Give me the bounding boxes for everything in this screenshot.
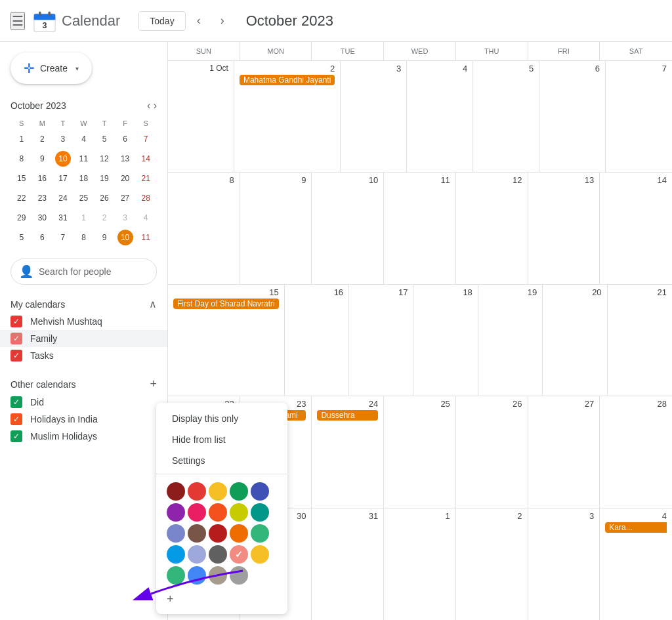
mini-cal-day[interactable]: 3 xyxy=(53,130,73,148)
mini-cal-day[interactable]: 1 xyxy=(12,130,32,148)
mini-cal-day[interactable]: 10 xyxy=(53,150,73,168)
calendar-item-muslim-holidays[interactable]: ✓ Muslim Holidays xyxy=(0,428,167,445)
other-calendars-header[interactable]: Other calendars + xyxy=(0,375,167,394)
mini-cal-day[interactable]: 26 xyxy=(94,189,114,207)
mini-cal-day[interactable]: 9 xyxy=(33,150,52,168)
mini-cal-day[interactable]: 5 xyxy=(94,130,114,148)
mini-cal-day[interactable]: 30 xyxy=(33,209,52,227)
calendar-day[interactable]: 26 xyxy=(456,396,528,507)
ctx-settings[interactable]: Settings xyxy=(156,450,168,471)
ctx-display-only[interactable]: Display this only xyxy=(156,408,168,429)
menu-icon[interactable]: ☰ xyxy=(10,12,25,30)
color-option[interactable] xyxy=(167,482,168,501)
event-pill[interactable]: Kara... xyxy=(605,522,667,533)
did-checkbox[interactable]: ✓ xyxy=(10,396,22,408)
ctx-hide-from-list[interactable]: Hide from list xyxy=(156,429,168,450)
search-people-input[interactable]: 👤 Search for people xyxy=(10,258,157,285)
mini-cal-day[interactable]: 7 xyxy=(53,228,73,247)
calendar-day[interactable]: 6 xyxy=(539,61,606,172)
calendar-day[interactable]: 1 Oct xyxy=(168,61,234,172)
create-button[interactable]: ✛ Create ▾ xyxy=(10,52,92,84)
ctx-add-color[interactable]: + xyxy=(156,590,168,609)
mini-cal-day[interactable]: 6 xyxy=(33,228,52,247)
event-pill[interactable]: First Day of Sharad Navratri xyxy=(173,299,279,309)
event-pill[interactable]: Mahatma Gandhi Jayanti xyxy=(240,75,335,85)
calendar-day[interactable]: 4 xyxy=(407,61,473,172)
mini-cal-day[interactable]: 6 xyxy=(116,130,135,148)
mini-cal-day[interactable]: 8 xyxy=(74,228,94,247)
mehvish-checkbox[interactable]: ✓ xyxy=(10,316,22,327)
mini-cal-day[interactable]: 18 xyxy=(74,169,94,188)
mini-cal-day[interactable]: 22 xyxy=(12,189,32,207)
mini-cal-day[interactable]: 3 xyxy=(116,209,135,227)
mini-cal-day[interactable]: 23 xyxy=(33,189,52,207)
mini-cal-day[interactable]: 10 xyxy=(116,228,135,247)
event-pill[interactable]: Dussehra xyxy=(317,410,378,421)
color-option[interactable] xyxy=(167,566,168,585)
calendar-day[interactable]: 14 xyxy=(600,173,672,283)
calendar-day[interactable]: 25 xyxy=(384,396,456,507)
mini-cal-day[interactable]: 5 xyxy=(12,228,32,247)
calendar-day[interactable]: 2Mahatma Gandhi Jayanti xyxy=(234,61,341,172)
tasks-checkbox[interactable]: ✓ xyxy=(10,350,22,362)
calendar-day[interactable]: 7 xyxy=(606,61,672,172)
calendar-day[interactable]: 4Kara... xyxy=(600,508,672,620)
holidays-india-checkbox[interactable]: ✓ xyxy=(10,413,22,425)
my-calendars-header[interactable]: My calendars ∧ xyxy=(0,295,167,313)
calendar-day[interactable]: 28 xyxy=(600,396,672,507)
mini-cal-day[interactable]: 2 xyxy=(94,209,114,227)
calendar-day[interactable]: 27 xyxy=(528,396,600,507)
calendar-day[interactable]: 3 xyxy=(341,61,407,172)
mini-cal-prev[interactable]: ‹ xyxy=(147,100,150,112)
mini-cal-day[interactable]: 27 xyxy=(116,189,135,207)
mini-cal-day[interactable]: 13 xyxy=(116,150,135,168)
mini-cal-next[interactable]: › xyxy=(154,100,157,112)
calendar-day[interactable]: 12 xyxy=(456,173,528,283)
calendar-day[interactable]: 31 xyxy=(312,508,384,620)
mini-cal-day[interactable]: 9 xyxy=(94,228,114,247)
calendar-day[interactable]: 15First Day of Sharad Navratri xyxy=(168,285,285,396)
calendar-item-tasks[interactable]: ✓ Tasks xyxy=(0,347,167,364)
mini-cal-day[interactable]: 24 xyxy=(53,189,73,207)
mini-cal-day[interactable]: 8 xyxy=(12,150,32,168)
calendar-day[interactable]: 21 xyxy=(608,285,672,396)
calendar-day[interactable]: 20 xyxy=(543,285,607,396)
calendar-day[interactable]: 16 xyxy=(285,285,349,396)
calendar-day[interactable]: 1 xyxy=(384,508,456,620)
mini-cal-day[interactable]: 21 xyxy=(136,169,156,188)
mini-cal-day[interactable]: 16 xyxy=(33,169,52,188)
prev-month-button[interactable]: ‹ xyxy=(188,10,209,31)
color-option[interactable] xyxy=(167,524,168,543)
mini-cal-day[interactable]: 17 xyxy=(53,169,73,188)
calendar-item-mehvish[interactable]: ✓ Mehvish Mushtaq xyxy=(0,313,167,330)
calendar-day[interactable]: 10 xyxy=(312,173,384,283)
mini-cal-day[interactable]: 4 xyxy=(136,209,156,227)
mini-cal-day[interactable]: 28 xyxy=(136,189,156,207)
next-month-button[interactable]: › xyxy=(212,10,233,31)
calendar-day[interactable]: 11 xyxy=(384,173,456,283)
mini-cal-day[interactable]: 31 xyxy=(53,209,73,227)
calendar-day[interactable]: 5 xyxy=(473,61,539,172)
mini-cal-day[interactable]: 1 xyxy=(74,209,94,227)
mini-cal-day[interactable]: 7 xyxy=(136,130,156,148)
family-checkbox[interactable]: ✓ xyxy=(10,333,22,344)
add-other-calendar-button[interactable]: + xyxy=(150,377,157,391)
mini-cal-day[interactable]: 2 xyxy=(33,130,52,148)
calendar-day[interactable]: 3 xyxy=(528,508,600,620)
mini-cal-day[interactable]: 25 xyxy=(74,189,94,207)
mini-cal-day[interactable]: 11 xyxy=(136,228,156,247)
calendar-day[interactable]: 19 xyxy=(478,285,543,396)
calendar-day[interactable]: 18 xyxy=(413,285,478,396)
calendar-day[interactable]: 2 xyxy=(456,508,528,620)
color-option[interactable] xyxy=(167,545,168,564)
calendar-item-holidays-india[interactable]: ✓ Holidays in India xyxy=(0,411,167,428)
calendar-day[interactable]: 9 xyxy=(240,173,312,283)
mini-cal-day[interactable]: 15 xyxy=(12,169,32,188)
calendar-day[interactable]: 24Dussehra xyxy=(312,396,384,507)
calendar-day[interactable]: 8 xyxy=(168,173,240,283)
today-button[interactable]: Today xyxy=(138,11,185,31)
muslim-holidays-checkbox[interactable]: ✓ xyxy=(10,430,22,442)
calendar-item-did[interactable]: ✓ Did xyxy=(0,394,167,411)
my-calendars-collapse[interactable]: ∧ xyxy=(149,298,157,310)
calendar-item-family[interactable]: ✓ Family xyxy=(0,330,167,347)
